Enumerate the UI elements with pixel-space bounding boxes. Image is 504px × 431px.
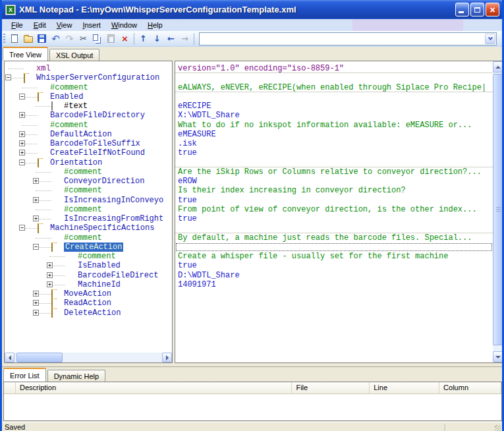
tree-node-comment[interactable]: #comment: [5, 205, 172, 214]
value-cell[interactable]: true: [175, 196, 493, 205]
expand-toggle[interactable]: +: [33, 178, 39, 184]
menu-file[interactable]: File: [6, 20, 28, 30]
value-cell[interactable]: [175, 223, 493, 233]
tree-node-readaction[interactable]: +ReadAction: [5, 299, 172, 308]
tab-tree-view[interactable]: Tree View: [3, 47, 48, 61]
tree-node-barcodefiledirect[interactable]: +BarcodeFileDirect: [5, 271, 172, 280]
tree-node-label[interactable]: IsIncreasingInConveyo: [64, 196, 163, 205]
value-cell[interactable]: By default, a machine just reads the bar…: [175, 233, 493, 243]
vertical-scroll-thumb[interactable]: [493, 74, 503, 345]
tree-node-label[interactable]: #comment: [64, 186, 102, 195]
value-cell[interactable]: D:\WDTL_Share: [175, 271, 493, 280]
scroll-right-button[interactable]: [162, 353, 172, 362]
tree-node-machinespecificactions[interactable]: −MachineSpecificActions: [5, 223, 172, 233]
tree-node-label[interactable]: ReadAction: [64, 299, 111, 308]
maximize-button[interactable]: [470, 3, 484, 16]
tree-node-comment[interactable]: #comment: [5, 252, 172, 261]
tree-node-moveaction[interactable]: +MoveAction: [5, 289, 172, 299]
tree-node-defaultaction[interactable]: +DefaultAction: [5, 130, 172, 139]
tree-node-label[interactable]: BarcodeToFileSuffix: [50, 139, 140, 148]
tree-node-barcodefiledirectory[interactable]: +BarcodeFileDirectory: [5, 111, 172, 120]
tree-node-comment[interactable]: #comment: [5, 167, 172, 177]
expand-toggle[interactable]: +: [33, 197, 39, 203]
tree-node-label[interactable]: MachineSpecificActions: [50, 223, 154, 233]
copy-button[interactable]: [90, 32, 104, 45]
toolbar-grip[interactable]: [3, 34, 5, 44]
value-cell[interactable]: eRECIPE: [175, 101, 493, 111]
tree-node-machineid[interactable]: +MachineId: [5, 280, 172, 289]
value-cell[interactable]: 14091971: [175, 280, 493, 289]
value-cell[interactable]: What to do if no inkspot information ava…: [175, 121, 493, 130]
tree-node-label[interactable]: #comment: [64, 233, 102, 243]
collapse-toggle[interactable]: −: [19, 159, 25, 165]
value-cell[interactable]: true: [175, 214, 493, 223]
tree-node-label[interactable]: #text: [64, 101, 88, 111]
tree-node-label[interactable]: #comment: [50, 83, 88, 92]
tree-node-label[interactable]: ConveyorDirection: [64, 177, 144, 186]
column-header-description[interactable]: Description: [16, 382, 292, 394]
value-cell[interactable]: eALWAYS, eNEVER, eRECIPE(when enabled th…: [175, 83, 493, 92]
expand-toggle[interactable]: +: [47, 262, 53, 268]
collapse-toggle[interactable]: −: [33, 244, 39, 250]
value-cell[interactable]: X:\WDTL_Share: [175, 111, 493, 120]
collapse-toggle[interactable]: −: [19, 94, 25, 100]
tree-node-label[interactable]: IsEnabled: [78, 261, 121, 270]
horizontal-scroll-thumb[interactable]: [16, 353, 63, 362]
menu-window[interactable]: Window: [106, 20, 142, 30]
delete-button[interactable]: ×: [118, 32, 132, 45]
scroll-left-button[interactable]: [5, 353, 14, 362]
tree-node-label[interactable]: DeleteAction: [64, 308, 121, 318]
tree-node-label[interactable]: IsIncreasingFromRight: [64, 214, 163, 223]
new-file-button[interactable]: [7, 32, 21, 45]
value-cell[interactable]: eMEASURE: [175, 130, 493, 139]
tree-node-label[interactable]: CreateAction: [64, 243, 123, 252]
nudge-up-button[interactable]: ↑: [136, 32, 150, 45]
tree-node-text[interactable]: #text: [5, 101, 172, 111]
expand-toggle[interactable]: +: [19, 131, 25, 137]
tree-node-comment[interactable]: #comment: [5, 121, 172, 130]
value-cell[interactable]: [175, 308, 493, 318]
value-cell[interactable]: Is their index increasing in conveyor di…: [175, 186, 493, 195]
value-cell-focused[interactable]: [175, 243, 493, 252]
tree-node-label[interactable]: xml: [36, 64, 51, 73]
expand-toggle[interactable]: +: [19, 150, 25, 156]
tree-node-comment[interactable]: #comment: [5, 186, 172, 195]
column-header-file[interactable]: File: [292, 382, 370, 394]
value-cell[interactable]: [175, 289, 493, 299]
minimize-button[interactable]: [455, 3, 469, 16]
open-file-button[interactable]: [21, 32, 35, 45]
tree-node-label[interactable]: #comment: [78, 252, 116, 261]
resize-grip[interactable]: [495, 425, 501, 431]
tree-node-barcodetofilesuffix[interactable]: +BarcodeToFileSuffix: [5, 139, 172, 148]
column-header-blank[interactable]: [4, 382, 16, 394]
scroll-up-button[interactable]: [493, 61, 503, 72]
tree-node-isenabled[interactable]: +IsEnabled: [5, 261, 172, 270]
undo-button[interactable]: ↶: [49, 32, 63, 45]
value-cell[interactable]: [175, 158, 493, 167]
value-cell[interactable]: From point of view of conveyor direction…: [175, 205, 493, 214]
nudge-left-button[interactable]: ←: [164, 32, 178, 45]
value-cell[interactable]: true: [175, 261, 493, 270]
tree-node-isincreasinginconveyo[interactable]: +IsIncreasingInConveyo: [5, 196, 172, 205]
tree-horizontal-scrollbar[interactable]: [5, 353, 172, 362]
tree-node-orientation[interactable]: −Orientation: [5, 158, 172, 167]
collapse-toggle[interactable]: −: [19, 225, 25, 231]
tree-node-whisperserverconfiguration[interactable]: −WhisperServerConfiguration: [5, 73, 172, 82]
collapse-toggle[interactable]: −: [5, 74, 11, 80]
value-cell[interactable]: Create a whisper file - usually set for …: [175, 252, 493, 261]
tab-dynamic-help[interactable]: Dynamic Help: [47, 370, 105, 382]
menu-insert[interactable]: Insert: [77, 20, 106, 30]
expand-toggle[interactable]: +: [19, 112, 25, 118]
tree-node-conveyordirection[interactable]: +ConveyorDirection: [5, 177, 172, 186]
combo-dropdown-button[interactable]: [485, 34, 495, 44]
tree-node-enabled[interactable]: −Enabled: [5, 92, 172, 101]
tree-node-label[interactable]: #comment: [64, 205, 102, 214]
menu-view[interactable]: View: [51, 20, 78, 30]
tree-node-label[interactable]: #comment: [50, 121, 88, 130]
cut-button[interactable]: ✂: [76, 32, 90, 45]
value-vertical-scrollbar[interactable]: [493, 61, 503, 362]
tree-node-label[interactable]: #comment: [64, 167, 102, 177]
tree-node-label[interactable]: WhisperServerConfiguration: [36, 73, 159, 82]
tree-node-createaction[interactable]: −CreateAction: [5, 243, 172, 252]
save-button[interactable]: [35, 32, 49, 45]
